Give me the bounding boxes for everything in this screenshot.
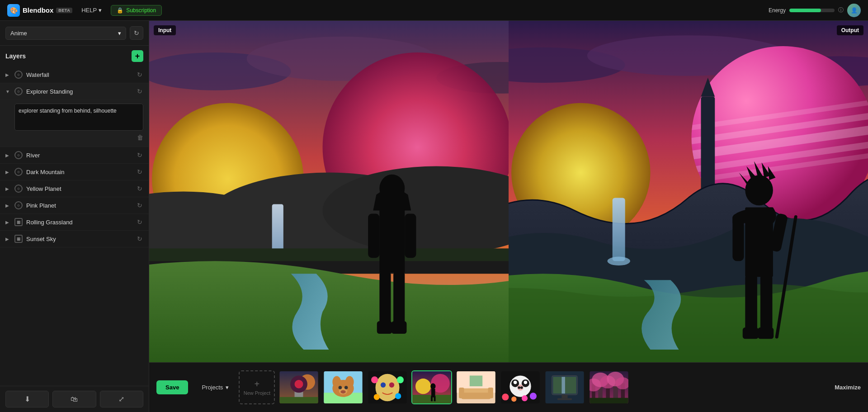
- chevron-down-icon-explorer: ▼: [5, 89, 11, 94]
- svg-rect-106: [562, 377, 566, 393]
- project-thumb-8[interactable]: [589, 370, 629, 404]
- style-refresh-button[interactable]: ↻: [130, 26, 143, 40]
- layer-item-pink-planet[interactable]: ▶ ○ Pink Planet ↻: [0, 197, 149, 214]
- help-button[interactable]: HELP ▾: [78, 5, 105, 15]
- layer-refresh-grassland[interactable]: ↻: [136, 218, 143, 227]
- svg-point-100: [511, 397, 516, 402]
- svg-point-69: [381, 383, 386, 388]
- svg-point-56: [295, 380, 303, 388]
- layer-name-yellow: Yellow Planet: [26, 185, 132, 192]
- svg-rect-20: [392, 321, 407, 334]
- layer-item-explorer[interactable]: ▼ ○ Explorer Standing ↻: [0, 83, 149, 100]
- svg-point-76: [415, 379, 431, 394]
- svg-rect-46: [745, 274, 757, 334]
- style-dropdown[interactable]: Anime ▾: [5, 27, 126, 40]
- layer-refresh-sky[interactable]: ↻: [136, 234, 143, 243]
- subscription-label: Subscription: [126, 7, 156, 14]
- svg-point-72: [397, 376, 404, 383]
- svg-rect-57: [280, 397, 318, 403]
- layer-item-river[interactable]: ▶ ○ River ↻: [0, 147, 149, 164]
- project-thumb-7[interactable]: [544, 370, 585, 404]
- projects-selector[interactable]: Projects ▾: [197, 381, 233, 393]
- thumbnails-row: + New Project: [239, 370, 829, 404]
- add-layer-button[interactable]: +: [132, 50, 143, 62]
- svg-rect-107: [562, 395, 568, 398]
- svg-rect-16: [405, 213, 416, 258]
- layer-name-waterfall: Waterfall: [26, 71, 132, 78]
- expand-button[interactable]: ⤢: [100, 391, 143, 407]
- layers-header: Layers +: [0, 46, 149, 66]
- layer-icon-waterfall: ○: [14, 71, 23, 79]
- save-button[interactable]: Save: [156, 380, 188, 394]
- svg-rect-14: [379, 209, 405, 273]
- svg-rect-36: [613, 198, 625, 261]
- svg-rect-12: [149, 248, 509, 261]
- info-icon[interactable]: ⓘ: [838, 6, 844, 14]
- canvas-area: Input: [149, 21, 868, 362]
- main-layout: Anime ▾ ↻ Layers + ▶ ○ Waterfall ↻ ▼: [0, 21, 868, 412]
- new-project-button[interactable]: + New Project: [239, 370, 275, 404]
- chevron-right-icon-yellow: ▶: [5, 186, 11, 191]
- layer-refresh-yellow[interactable]: ↻: [136, 184, 143, 193]
- input-scene: [149, 21, 509, 362]
- layer-icon-sky: ▦: [14, 235, 23, 243]
- chevron-right-icon-pink: ▶: [5, 203, 11, 208]
- sidebar-footer: ⬇ 🛍 ⤢: [0, 386, 149, 412]
- bottom-actions: Save: [156, 380, 188, 394]
- project-thumb-6[interactable]: [500, 370, 541, 404]
- chevron-right-icon-mountain: ▶: [5, 170, 11, 175]
- project-thumb-5[interactable]: [456, 370, 496, 404]
- download-button[interactable]: ⬇: [5, 391, 49, 407]
- layer-refresh-pink[interactable]: ↻: [136, 201, 143, 210]
- svg-rect-15: [368, 213, 379, 258]
- layer-item-sunset-sky[interactable]: ▶ ▦ Sunset Sky ↻: [0, 231, 149, 247]
- app-name: Blendbox: [23, 6, 53, 14]
- layer-name-pink: Pink Planet: [26, 202, 132, 209]
- svg-point-101: [522, 395, 528, 401]
- svg-point-97: [518, 386, 521, 389]
- svg-point-99: [502, 393, 509, 400]
- sidebar-top: Anime ▾ ↻: [0, 21, 149, 46]
- layer-refresh-explorer[interactable]: ↻: [136, 87, 143, 96]
- sidebar: Anime ▾ ↻ Layers + ▶ ○ Waterfall ↻ ▼: [0, 21, 149, 412]
- project-thumb-1[interactable]: [278, 370, 319, 404]
- layer-name-sky: Sunset Sky: [26, 236, 132, 242]
- svg-point-79: [431, 384, 436, 389]
- svg-point-98: [520, 386, 523, 389]
- maximize-button[interactable]: Maximize: [835, 384, 861, 391]
- explorer-prompt-input[interactable]: explorer standing from behind, silhouett…: [14, 104, 143, 131]
- project-thumb-2[interactable]: [323, 370, 363, 404]
- beta-badge: Beta: [56, 8, 72, 13]
- logo-icon: 🎨: [7, 4, 20, 17]
- style-selector: Anime ▾ ↻: [5, 26, 143, 40]
- layers-title: Layers: [5, 52, 26, 60]
- layer-item-waterfall[interactable]: ▶ ○ Waterfall ↻: [0, 66, 149, 83]
- layer-name-grassland: Rolling Grassland: [26, 219, 132, 226]
- help-label: HELP: [81, 7, 97, 14]
- layer-refresh-river[interactable]: ↻: [136, 151, 143, 160]
- layer-explorer-content: explorer standing from behind, silhouett…: [0, 100, 149, 147]
- new-project-label: New Project: [244, 390, 270, 396]
- shopping-bag-button[interactable]: 🛍: [52, 391, 96, 407]
- output-scene: [509, 21, 868, 362]
- layer-item-yellow-planet[interactable]: ▶ ○ Yellow Planet ↻: [0, 180, 149, 197]
- svg-rect-87: [459, 388, 464, 398]
- layer-item-grassland[interactable]: ▶ ▦ Rolling Grassland ↻: [0, 214, 149, 231]
- svg-rect-81: [431, 396, 433, 401]
- project-thumb-3[interactable]: [367, 370, 408, 404]
- project-thumb-4-active[interactable]: [411, 370, 452, 404]
- layer-refresh-mountain[interactable]: ↻: [136, 167, 143, 176]
- svg-rect-88: [488, 388, 493, 398]
- subscription-button[interactable]: 🔒 Subscription: [111, 5, 162, 16]
- energy-bar: [789, 9, 835, 12]
- delete-layer-button[interactable]: 🗑: [14, 134, 143, 141]
- new-project-plus-icon: +: [255, 379, 260, 389]
- layer-item-dark-mountain[interactable]: ▶ ○ Dark Mountain ↻: [0, 164, 149, 180]
- chevron-right-icon-sky: ▶: [5, 237, 11, 242]
- layer-refresh-waterfall[interactable]: ↻: [136, 70, 143, 79]
- svg-point-74: [395, 393, 401, 399]
- layer-icon-grassland: ▦: [14, 218, 23, 226]
- energy-bar-fill: [789, 9, 821, 12]
- avatar[interactable]: 👤: [847, 4, 861, 17]
- content-area: Input: [149, 21, 868, 412]
